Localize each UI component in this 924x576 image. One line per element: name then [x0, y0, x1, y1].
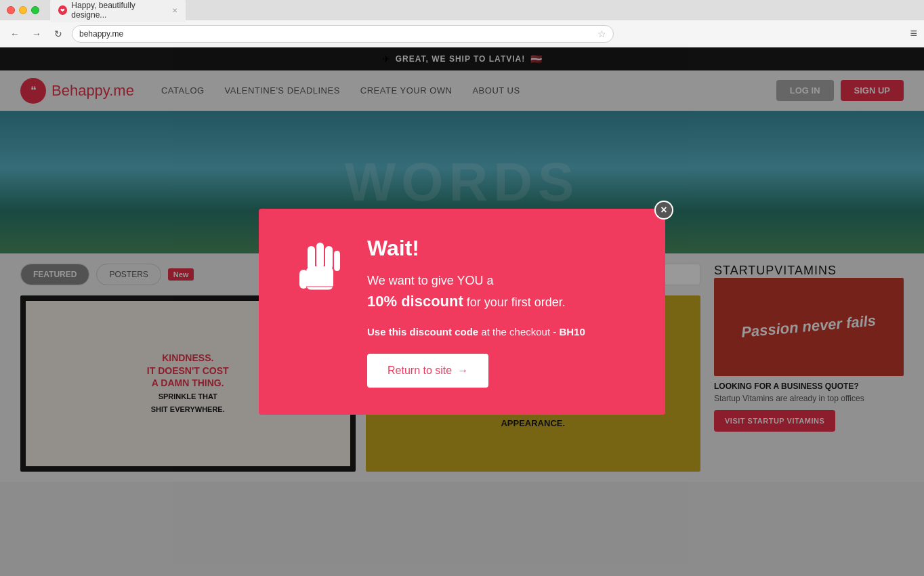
modal-close-button[interactable]: × [654, 201, 673, 220]
browser-tab[interactable]: ❤ Happy, beautifully designe... ✕ [50, 0, 186, 22]
maximize-window-button[interactable] [31, 6, 39, 14]
svg-rect-2 [308, 246, 315, 270]
modal-body-line1: We want to give YOU a [367, 274, 493, 287]
modal-body-line2: for your first order. [463, 295, 566, 309]
browser-titlebar: ❤ Happy, beautifully designe... ✕ [0, 0, 924, 20]
svg-rect-1 [299, 270, 308, 289]
hand-stop-icon [293, 236, 347, 300]
refresh-button[interactable]: ↻ [50, 26, 66, 42]
bookmark-icon[interactable]: ☆ [597, 28, 606, 39]
close-window-button[interactable] [7, 6, 15, 14]
modal-title: Wait! [367, 236, 631, 261]
modal-code-section: Use this discount code at the checkout -… [367, 326, 631, 337]
tab-close-button[interactable]: ✕ [172, 7, 177, 14]
tab-favicon: ❤ [58, 5, 67, 15]
svg-rect-4 [325, 246, 333, 270]
svg-rect-5 [334, 251, 340, 271]
tab-area: ❤ Happy, beautifully designe... ✕ [50, 0, 186, 22]
discount-modal: × Wait! [259, 209, 665, 415]
browser-menu-button[interactable]: ≡ [910, 26, 917, 41]
minimize-window-button[interactable] [19, 6, 27, 14]
forward-button[interactable]: → [28, 26, 45, 42]
address-bar[interactable]: behappy.me ☆ [72, 25, 614, 43]
return-to-site-label: Return to site [387, 365, 452, 377]
modal-overlay[interactable]: × Wait! [0, 47, 924, 576]
return-arrow-icon: → [457, 365, 468, 377]
back-button[interactable]: ← [7, 26, 23, 42]
modal-content: Wait! We want to give YOU a 10% discount… [367, 236, 631, 388]
tab-title: Happy, beautifully designe... [71, 1, 168, 20]
browser-chrome: ❤ Happy, beautifully designe... ✕ ← → ↻ … [0, 0, 924, 47]
return-to-site-button[interactable]: Return to site → [367, 354, 488, 388]
browser-toolbar: ← → ↻ behappy.me ☆ ≡ [0, 20, 924, 47]
address-text: behappy.me [79, 29, 597, 39]
svg-rect-3 [316, 243, 324, 268]
modal-body: We want to give YOU a 10% discount for y… [367, 272, 631, 312]
modal-discount-text: 10% discount [367, 293, 463, 310]
